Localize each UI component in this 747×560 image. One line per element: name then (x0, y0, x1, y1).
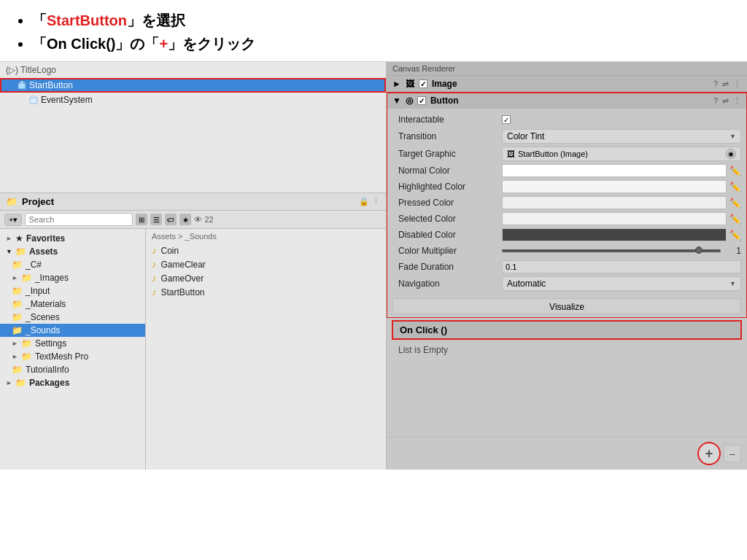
more-icon-button[interactable]: ⋮ (733, 96, 741, 106)
transition-dropdown[interactable]: Color Tint ▼ (502, 129, 741, 144)
color-multiplier-slider-row: 1 (502, 246, 741, 256)
question-icon-image[interactable]: ? (713, 79, 718, 88)
annotation-line1: 「StartButton」を選択 (32, 9, 729, 32)
navigation-dropdown[interactable]: Automatic ▼ (502, 276, 741, 291)
folder-item-sounds[interactable]: 📁 _Sounds (0, 324, 145, 337)
textmesh-label: TextMesh Pro (35, 351, 88, 362)
favorites-label: Favorites (26, 233, 65, 244)
asset-item-startbutton[interactable]: ♪ StartButton (152, 285, 380, 299)
folder-item-textmesh[interactable]: ► 📁 TextMesh Pro (0, 350, 145, 363)
folder-item-assets[interactable]: ▼ 📁 Assets (0, 245, 145, 258)
project-header-controls: 🔒 ⋮ (359, 197, 380, 206)
folder-item-tutorialinfo[interactable]: 📁 TutorialInfo (0, 363, 145, 376)
folder-item-packages[interactable]: ► 📁 Packages (0, 376, 145, 389)
triangle-images: ► (12, 274, 18, 281)
asset-label-coin: Coin (161, 246, 179, 256)
folder-item-favorites[interactable]: ► ★ Favorites (0, 232, 145, 245)
normal-color-box[interactable] (502, 164, 727, 177)
assets-panel: Assets > _Sounds ♪ Coin ♪ GameClear ♪ Ga… (146, 229, 386, 470)
target-graphic-field[interactable]: 🖼 StartButton (Image) ◉ (502, 147, 741, 161)
image-checkbox[interactable]: ✓ (419, 79, 427, 88)
folder-icon-scenes: 📁 (12, 312, 23, 322)
interactable-value: ✓ (502, 115, 741, 124)
folder-item-input[interactable]: 📁 _Input (0, 284, 145, 298)
hierarchy-panel: (▷) TitleLogo StartButton EventSystem (0, 62, 386, 193)
add-toolbar-btn[interactable]: +▾ (4, 214, 22, 226)
image-component-section: ► 🖼 ✓ Image ? ⇌ ⋮ (387, 76, 747, 93)
pressed-color-value: ✏️ (502, 196, 741, 209)
folder-item-materials[interactable]: 📁 _Materials (0, 298, 145, 311)
asset-item-gameclear[interactable]: ♪ GameClear (152, 257, 380, 271)
disabled-color-box[interactable] (502, 228, 727, 241)
tutorialinfo-label: TutorialInfo (26, 365, 69, 375)
star-icon: ★ (15, 233, 23, 244)
folder-item-csharp[interactable]: 📁 _C# (0, 258, 145, 271)
color-pick-icon-normal[interactable]: ✏️ (729, 166, 741, 176)
list-view-icon[interactable]: ☰ (150, 214, 162, 225)
folder-item-images[interactable]: ► 📁 _Images (0, 271, 145, 284)
selected-color-value: ✏️ (502, 212, 741, 225)
folder-icon-project: 📁 (6, 196, 18, 207)
normal-color-label: Normal Color (392, 166, 502, 176)
tag-icon[interactable]: 🏷 (165, 214, 177, 225)
images-label: _Images (35, 273, 69, 283)
search-input[interactable] (25, 213, 133, 226)
target-graphic-label: Target Graphic (392, 149, 502, 159)
settings-icon-button[interactable]: ⇌ (722, 96, 729, 106)
button-checkbox[interactable]: ✓ (417, 96, 426, 105)
settings-label: Settings (35, 338, 66, 349)
question-icon-button[interactable]: ? (713, 96, 718, 105)
color-multiplier-slider[interactable] (502, 249, 721, 252)
asset-item-coin[interactable]: ♪ Coin (152, 244, 380, 257)
svg-rect-2 (30, 98, 37, 104)
asset-item-gameover[interactable]: ♪ GameOver (152, 271, 380, 285)
interactable-checkbox[interactable]: ✓ (502, 115, 511, 124)
menu-dots[interactable]: ⋮ (372, 197, 380, 206)
color-pick-icon-pressed[interactable]: ✏️ (729, 198, 741, 209)
folder-tree: ► ★ Favorites ▼ 📁 Assets 📁 _C# ► (0, 229, 146, 470)
minus-button[interactable]: – (724, 445, 741, 462)
color-multiplier-label: Color Multiplier (392, 246, 502, 256)
color-pick-icon-disabled[interactable]: ✏️ (729, 230, 741, 241)
hierarchy-item-eventsystem[interactable]: EventSystem (0, 93, 386, 107)
hierarchy-title-logo: (▷) TitleLogo (0, 62, 386, 78)
project-title-area: 📁 Project (6, 196, 54, 207)
pressed-color-box[interactable] (502, 196, 727, 209)
settings-icon-image[interactable]: ⇌ (722, 79, 729, 89)
folder-icon-settings: 📁 (21, 338, 32, 349)
folder-item-scenes[interactable]: 📁 _Scenes (0, 311, 145, 324)
image-component-header[interactable]: ► 🖼 ✓ Image ? ⇌ ⋮ (387, 76, 747, 92)
visualize-button[interactable]: Visualize (392, 298, 741, 314)
highlighted-color-box[interactable] (502, 180, 727, 193)
svg-marker-3 (30, 96, 37, 98)
cube-icon-eventsystem (29, 96, 38, 104)
color-pick-icon-selected[interactable]: ✏️ (729, 214, 741, 225)
target-dot-button[interactable]: ◉ (726, 149, 736, 159)
selected-color-box[interactable] (502, 212, 727, 225)
folder-icon-input: 📁 (12, 286, 23, 296)
annotation-line2: 「On Click()」の「+」をクリック (32, 32, 729, 55)
bookmark-icon[interactable]: ★ (179, 214, 191, 225)
img-icon-target: 🖼 (507, 149, 515, 158)
fade-duration-label: Fade Duration (392, 262, 502, 272)
triangle-textmesh: ► (12, 353, 18, 360)
image-label: Image (432, 79, 457, 89)
grid-view-icon[interactable]: ⊞ (136, 214, 147, 225)
music-icon-gameclear: ♪ (152, 259, 157, 270)
button-component-header[interactable]: ▼ ◎ ✓ Button ? ⇌ ⋮ (387, 93, 747, 109)
assets-breadcrumb: Assets > _Sounds (152, 232, 380, 241)
add-button[interactable]: + (697, 442, 721, 465)
color-pick-icon-highlighted[interactable]: ✏️ (729, 182, 741, 192)
music-icon-coin: ♪ (152, 245, 157, 256)
slider-thumb[interactable] (695, 246, 703, 254)
folder-icon-textmesh: 📁 (21, 351, 32, 362)
hierarchy-item-startbutton[interactable]: StartButton (0, 78, 386, 93)
folder-icon-images: 📁 (21, 273, 32, 283)
chevron-down-icon-transition: ▼ (729, 133, 736, 140)
project-header: 📁 Project 🔒 ⋮ (0, 193, 386, 211)
more-icon-image[interactable]: ⋮ (733, 79, 741, 89)
folder-item-settings[interactable]: ► 📁 Settings (0, 337, 145, 350)
fade-duration-input[interactable] (502, 260, 741, 273)
folder-icon-materials: 📁 (12, 299, 23, 309)
color-multiplier-value: 1 (502, 246, 741, 256)
